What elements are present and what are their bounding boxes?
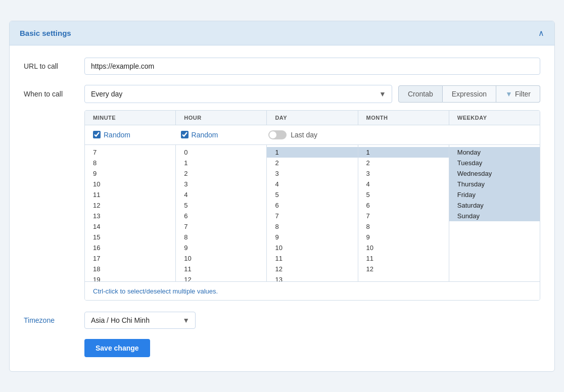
list-item[interactable]: 13 (85, 211, 175, 221)
list-item[interactable]: 2 (358, 158, 449, 168)
list-item[interactable]: 7 (358, 211, 449, 221)
list-item[interactable]: 2 (176, 168, 266, 179)
list-item[interactable]: 12 (267, 264, 357, 274)
list-item[interactable]: 8 (176, 232, 266, 242)
day-list[interactable]: 1 2 3 4 5 6 7 8 9 10 11 12 13 (267, 145, 358, 281)
weekday-placeholder (444, 130, 532, 139)
list-item[interactable]: 1 (176, 158, 266, 168)
crontab-checkboxes-row: Random Random Last day (85, 125, 540, 145)
list-item[interactable]: 6 (358, 200, 449, 211)
url-row: URL to call (24, 58, 540, 75)
list-item[interactable]: 7 (176, 221, 266, 232)
list-item[interactable]: 12 (358, 264, 449, 274)
list-item[interactable]: 4 (358, 179, 449, 189)
expression-button[interactable]: Expression (443, 85, 496, 103)
list-item[interactable]: 8 (85, 158, 175, 168)
list-item[interactable]: 5 (176, 200, 266, 211)
weekday-list[interactable]: Monday Tuesday Wednesday Thursday Friday… (449, 145, 540, 281)
crontab-footer: Ctrl-click to select/deselect multiple v… (85, 281, 540, 300)
col-header-day: DAY (267, 111, 358, 125)
list-item[interactable]: 13 (267, 274, 357, 281)
list-item[interactable]: 5 (358, 189, 449, 200)
list-item[interactable]: Friday (449, 189, 540, 200)
timezone-select[interactable]: Asia / Ho Chi Minh UTC America / New_Yor… (84, 312, 196, 329)
list-item[interactable]: 4 (176, 189, 266, 200)
list-item[interactable]: Wednesday (449, 168, 540, 179)
list-item[interactable]: 17 (85, 253, 175, 264)
col-header-hour: HOUR (176, 111, 267, 125)
list-item[interactable]: 6 (267, 200, 357, 211)
timezone-row: Timezone Asia / Ho Chi Minh UTC America … (24, 312, 540, 329)
list-item[interactable]: 1 (358, 147, 449, 158)
list-item[interactable]: 1 (267, 147, 357, 158)
month-placeholder (356, 130, 444, 139)
when-to-call-select[interactable]: Every day Every hour Every minute Custom (84, 85, 392, 103)
list-item[interactable]: 8 (267, 221, 357, 232)
hour-random-checkbox[interactable] (181, 131, 189, 138)
list-item[interactable]: 15 (85, 232, 175, 242)
crontab-column-headers: MINUTE HOUR DAY MONTH WEEKDAY (85, 111, 540, 125)
list-item[interactable]: 11 (85, 189, 175, 200)
month-list[interactable]: 1 2 3 4 5 6 7 8 9 10 11 12 (358, 145, 449, 281)
list-item[interactable]: 4 (267, 179, 357, 189)
list-item[interactable]: 16 (85, 242, 175, 253)
timezone-select-wrapper: Asia / Ho Chi Minh UTC America / New_Yor… (84, 312, 196, 329)
list-item[interactable]: 10 (176, 253, 266, 264)
minute-random-checkbox[interactable] (93, 131, 101, 138)
list-item[interactable]: Thursday (449, 179, 540, 189)
list-item[interactable]: 14 (85, 221, 175, 232)
crontab-button[interactable]: Crontab (398, 85, 443, 103)
list-item[interactable]: Monday (449, 147, 540, 158)
list-item[interactable]: 9 (85, 168, 175, 179)
list-item[interactable]: 10 (267, 242, 357, 253)
list-item[interactable]: 11 (176, 264, 266, 274)
list-item[interactable]: 9 (358, 232, 449, 242)
list-item[interactable]: 3 (176, 179, 266, 189)
crontab-panel: MINUTE HOUR DAY MONTH WEEKDAY Random Ran… (84, 110, 540, 301)
minute-random-group: Random (93, 130, 181, 139)
list-item[interactable]: 10 (85, 179, 175, 189)
save-button-row: Save change (84, 339, 540, 357)
list-item[interactable]: 3 (267, 168, 357, 179)
list-item[interactable]: 0 (176, 147, 266, 158)
ctrl-click-hint: Ctrl-click to select/deselect multiple v… (93, 287, 218, 295)
minute-list[interactable]: 7 8 9 10 11 12 13 14 15 16 17 18 19 20 2… (85, 145, 176, 281)
list-item[interactable]: 8 (358, 221, 449, 232)
list-item[interactable]: 7 (85, 147, 175, 158)
list-item[interactable]: 19 (85, 274, 175, 281)
toggle-knob (269, 131, 276, 138)
save-change-button[interactable]: Save change (84, 339, 150, 357)
last-day-toggle[interactable] (268, 130, 287, 139)
list-item[interactable]: 12 (85, 200, 175, 211)
list-item[interactable]: Saturday (449, 200, 540, 211)
list-item[interactable]: 2 (267, 158, 357, 168)
list-item[interactable]: Sunday (449, 211, 540, 221)
list-item[interactable]: 9 (267, 232, 357, 242)
url-input[interactable] (84, 58, 540, 75)
card-body: URL to call When to call Every day Every… (10, 45, 554, 371)
hour-list[interactable]: 0 1 2 3 4 5 6 7 8 9 10 11 12 (176, 145, 267, 281)
list-item[interactable]: 11 (358, 253, 449, 264)
list-item[interactable]: Tuesday (449, 158, 540, 168)
when-to-call-select-wrapper: Every day Every hour Every minute Custom… (84, 85, 392, 103)
collapse-icon[interactable]: ∧ (538, 28, 544, 38)
filter-icon: ▼ (505, 90, 512, 98)
list-item[interactable]: 10 (358, 242, 449, 253)
filter-button[interactable]: ▼ Filter (496, 85, 540, 103)
list-item[interactable]: 11 (267, 253, 357, 264)
url-label: URL to call (24, 62, 84, 70)
list-item[interactable]: 5 (267, 189, 357, 200)
timezone-label: Timezone (24, 316, 84, 324)
col-header-minute: MINUTE (85, 111, 176, 125)
list-item[interactable]: 3 (358, 168, 449, 179)
list-item[interactable]: 6 (176, 211, 266, 221)
col-header-month: MONTH (358, 111, 449, 125)
card-title: Basic settings (20, 29, 71, 37)
list-item[interactable]: 12 (176, 274, 266, 281)
list-item[interactable]: 18 (85, 264, 175, 274)
hour-random-label: Random (192, 131, 218, 139)
minute-random-label: Random (104, 131, 130, 139)
basic-settings-card: Basic settings ∧ URL to call When to cal… (9, 21, 555, 372)
list-item[interactable]: 9 (176, 242, 266, 253)
list-item[interactable]: 7 (267, 211, 357, 221)
